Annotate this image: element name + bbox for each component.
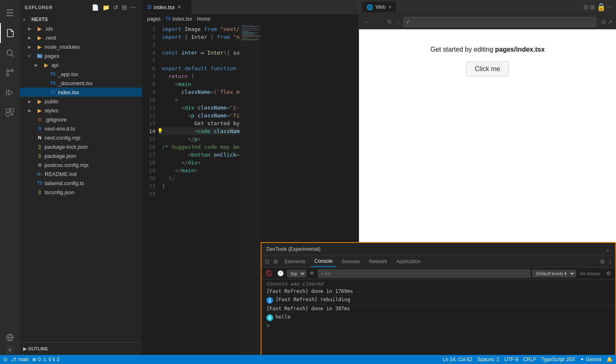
tree-item-next-env[interactable]: ▶ N next-env.d.ts [20,124,142,133]
cast-icon[interactable]: ⊙ [601,19,606,25]
tree-item-readme[interactable]: ▶ M↓ README.md [20,169,142,178]
folder-icon: ▶ [36,107,43,114]
encoding-status[interactable]: UTF-8 [504,357,518,362]
tree-item-styles[interactable]: ▶ ▶ styles [20,106,142,115]
console-prompt[interactable]: > [262,322,615,329]
svg-rect-7 [6,109,10,112]
tree-item-gitignore[interactable]: ▶ ⊙ .gitignore [20,115,142,124]
branch-status[interactable]: ⎇ main [11,357,29,362]
more-browser-icon[interactable]: ··· [607,3,613,11]
sidebar-header-icons: 📄 📁 ↺ ⊟ ··· [91,3,137,12]
more-actions-icon[interactable]: ··· [130,3,137,12]
log-levels-select[interactable]: Default levels ▾ [532,270,576,277]
top-context-select[interactable]: top [287,270,306,277]
devtools-inspect-button[interactable]: ⊡ [263,258,271,264]
line-num-17: 17 [142,151,155,159]
breadcrumb-index-tsx[interactable]: index.tsx [172,16,192,22]
devtools-more-icon[interactable]: ⋮ [607,257,614,265]
tree-item-api[interactable]: ▶ ▶ api [20,60,142,69]
browser-tab-web[interactable]: 🌐 Web ✕ [362,2,396,12]
devtools-title: DevTools (Experimental) [266,246,605,252]
devtools-header: DevTools (Experimental) ⌄ [262,243,615,255]
console-clear-button[interactable]: 🚫 [264,269,274,277]
tab-index-tsx[interactable]: ⊡ index.tsx ✕ [142,0,192,14]
new-folder-icon[interactable]: 📁 [102,3,111,12]
console-filter-input[interactable] [318,269,530,278]
layout-icon[interactable]: ⊞ [590,4,595,10]
forward-button[interactable]: → [374,18,383,26]
explorer-button[interactable] [0,23,20,43]
devtools-tab-sources[interactable]: Sources [338,256,364,267]
back-button[interactable]: ← [362,18,371,26]
refresh-button[interactable]: ↻ [385,18,394,26]
tree-item-index-tsx[interactable]: ▶ TS index.tsx [20,88,142,97]
tree-item-public[interactable]: ▶ ▶ public [20,97,142,106]
source-control-icon [5,68,14,77]
tree-root-nexts[interactable]: ▾ NEXTS [20,15,142,24]
tree-item-tailwind-config[interactable]: ▶ TS tailwind.config.ts [20,178,142,188]
line-ending-status[interactable]: CRLF [523,357,536,362]
devtools-settings-icon[interactable]: ⚙ [600,258,605,265]
tree-item-idx[interactable]: ▶ ▶ .idx [20,24,142,33]
cursor-position-status[interactable]: Ln 14, Col 62 [443,357,472,362]
refresh-icon[interactable]: ↺ [112,3,119,12]
tree-item-next-config[interactable]: ▶ N next.config.mjs [20,133,142,142]
devtools-tab-console[interactable]: Console [310,256,337,267]
browser-content-inner: Get started by editing pages/index.tsx C… [430,46,545,76]
status-bar-left: ⊙ ⎇ main ⊗ 0 ⚠ 0 ℹ 0 [3,357,59,362]
language-mode-status[interactable]: TypeScript JSX [541,357,575,362]
line-ending-text: CRLF [523,357,536,362]
tab-close-button[interactable]: ✕ [177,4,181,10]
new-file-icon[interactable]: 📄 [91,3,100,12]
svg-rect-31 [242,38,248,38]
notifications-status[interactable]: 🔔 [606,357,613,362]
tree-item-document-tsx[interactable]: ▶ TS _document.tsx [20,79,142,88]
tree-item-tsconfig[interactable]: ▶ {} tsconfig.json [20,188,142,197]
remote-status[interactable]: ⊙ [3,357,7,362]
minimap[interactable] [240,24,261,355]
menu-button[interactable]: ☰ [0,3,20,23]
errors-status[interactable]: ⊗ 0 ⚠ 0 ℹ 0 [32,357,59,362]
indentation-status[interactable]: Spaces: 2 [477,357,499,362]
tree-item-next[interactable]: ▶ ▶ .next [20,33,142,42]
gemini-status[interactable]: ✦ Gemini [580,357,602,362]
devtools-tab-elements[interactable]: Elements [281,256,309,267]
tree-item-node-modules[interactable]: ▶ ▶ node_modules [20,42,142,51]
line-num-3: 3 [142,41,155,49]
devtools-tab-network[interactable]: Network [365,256,391,267]
split-editor-icon[interactable]: ⊟ [583,4,588,10]
breadcrumb-home[interactable]: Home [197,16,210,22]
lightbulb-icon[interactable]: 💡 [159,127,163,135]
console-history-button[interactable]: 🕐 [276,269,285,277]
issues-settings-icon[interactable]: ⚙ [604,269,613,277]
tree-item-pages[interactable]: ▾ pages [20,51,142,60]
line-num-19: 19 [142,167,155,174]
devtools-tab-application[interactable]: Application [392,256,425,267]
postcss-icon: ⊙ [36,162,43,168]
eye-icon[interactable]: 👁 [308,269,316,277]
console-line-3: [Fast Refresh] done in 307ms [262,305,615,313]
tree-item-package-json[interactable]: ▶ {} package.json [20,151,142,160]
tree-item-app-tsx[interactable]: ▶ TS _app.tsx [20,69,142,79]
click-me-button[interactable]: Click me [466,62,509,76]
svg-rect-24 [242,33,252,33]
tree-item-postcss-config[interactable]: ▶ ⊙ postcss.config.mjs [20,160,142,169]
source-control-button[interactable] [0,63,20,83]
console-text-2: [Fast Refresh] rebuilding [276,297,350,302]
collapse-icon[interactable]: ⊟ [121,3,128,12]
search-button[interactable] [0,43,20,63]
tree-item-package-lock[interactable]: ▶ {} package-lock.json [20,142,142,151]
devtools-expand-button[interactable]: ⌄ [605,246,610,252]
run-button[interactable] [0,83,20,102]
lock-icon[interactable]: 🔒 [597,2,606,12]
console-line-1: [Fast Refresh] done in 1769ms [262,288,615,296]
outline-section[interactable]: ▶ OUTLINE [20,344,142,353]
extensions-button[interactable] [0,102,20,122]
line-num-6: 6 [142,64,155,72]
open-external-icon[interactable]: ↗ [608,19,613,25]
svg-rect-15 [37,54,39,55]
browser-close-button[interactable]: ✕ [388,5,392,10]
address-bar[interactable]: / [404,17,596,27]
devtools-device-button[interactable]: ⊞ [272,258,280,264]
breadcrumb-pages[interactable]: pages [147,16,161,22]
